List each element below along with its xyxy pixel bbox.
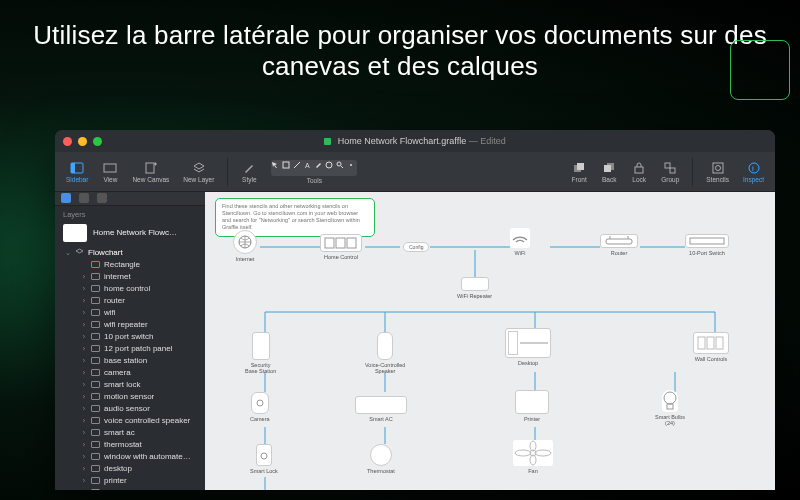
view-button[interactable]: View xyxy=(97,159,123,185)
object-row[interactable]: ›camera xyxy=(55,367,205,379)
new-canvas-button[interactable]: New Canvas xyxy=(127,159,174,185)
sidebar-toggle-button[interactable]: Sidebar xyxy=(61,159,93,185)
object-row[interactable]: ›smart ac xyxy=(55,427,205,439)
chevron-right-icon[interactable]: › xyxy=(81,321,87,328)
filename: Home Network Flowchart.graffle xyxy=(338,136,466,146)
object-row[interactable]: ›desktop xyxy=(55,463,205,475)
chevron-right-icon[interactable]: › xyxy=(81,357,87,364)
chevron-right-icon[interactable]: › xyxy=(81,345,87,352)
object-icon xyxy=(91,381,100,388)
stamp-tool-icon[interactable] xyxy=(325,161,336,175)
layers-tab-icon[interactable] xyxy=(61,193,71,203)
chevron-right-icon[interactable]: › xyxy=(81,417,87,424)
front-button[interactable]: Front xyxy=(566,159,592,185)
router-icon xyxy=(604,236,634,246)
chevron-right-icon[interactable]: › xyxy=(81,429,87,436)
device-smart-bulbs[interactable]: Smart Bulbs (24) xyxy=(655,390,685,426)
object-row[interactable]: ›home control xyxy=(55,283,205,295)
config-pill[interactable]: Config xyxy=(403,242,429,252)
object-row[interactable]: ›internet xyxy=(55,271,205,283)
chevron-right-icon[interactable]: › xyxy=(81,381,87,388)
lock-button[interactable]: Lock xyxy=(626,159,652,185)
tools-palette[interactable]: A Tools xyxy=(266,158,362,186)
object-row[interactable]: ›12 port patch panel xyxy=(55,343,205,355)
pointer-tool-icon[interactable] xyxy=(271,161,282,175)
object-row[interactable]: ›router xyxy=(55,295,205,307)
browse-tool-icon[interactable] xyxy=(336,161,347,175)
object-row[interactable]: ›wifi xyxy=(55,307,205,319)
device-thermostat[interactable]: Thermostat xyxy=(367,444,395,474)
chevron-right-icon[interactable]: › xyxy=(81,453,87,460)
device-wifi[interactable]: WiFi xyxy=(510,228,530,256)
device-internet[interactable]: Internet xyxy=(233,230,257,262)
object-row[interactable]: Rectangle xyxy=(55,259,205,271)
object-icon xyxy=(91,429,100,436)
layer-name: Flowchart xyxy=(88,248,123,257)
object-row[interactable]: ›thermostat xyxy=(55,439,205,451)
text-tool-icon[interactable]: A xyxy=(304,161,315,175)
canvas-row[interactable]: Home Network Flowc… xyxy=(55,221,205,245)
object-row[interactable]: ›voice controlled speaker xyxy=(55,415,205,427)
object-row[interactable]: ›smart lock xyxy=(55,379,205,391)
object-row[interactable]: ›wireless dimmer xyxy=(55,487,205,490)
new-layer-button[interactable]: New Layer xyxy=(178,159,219,185)
device-printer[interactable]: Printer xyxy=(515,390,549,422)
promo-stage: Utilisez la barre latérale pour organise… xyxy=(0,0,800,500)
device-10port-switch[interactable]: 10-Port Switch xyxy=(685,234,729,256)
object-row[interactable]: ›base station xyxy=(55,355,205,367)
object-icon xyxy=(91,297,100,304)
chevron-right-icon[interactable]: › xyxy=(81,369,87,376)
point-tool-icon[interactable] xyxy=(347,161,358,175)
svg-point-7 xyxy=(337,162,341,166)
layer-tree: ⌄ Flowchart Rectangle ›internet›home con… xyxy=(55,245,205,490)
svg-rect-10 xyxy=(577,163,584,170)
svg-rect-26 xyxy=(698,337,705,349)
stencils-button[interactable]: Stencils xyxy=(701,159,734,185)
device-home-control[interactable]: Home Control xyxy=(320,234,362,260)
pen-tool-icon[interactable] xyxy=(314,161,325,175)
device-wifi-repeater[interactable]: WiFi Repeater xyxy=(457,277,492,299)
chevron-right-icon[interactable]: › xyxy=(81,309,87,316)
object-row[interactable]: ›window with automate… xyxy=(55,451,205,463)
device-wall-controls[interactable]: Wall Controls xyxy=(693,332,729,362)
object-row[interactable]: ›audio sensor xyxy=(55,403,205,415)
line-tool-icon[interactable] xyxy=(293,161,304,175)
device-smart-lock[interactable]: Smart Lock xyxy=(250,444,278,474)
chevron-right-icon[interactable]: › xyxy=(81,489,87,490)
device-security-base[interactable]: Security Base Station xyxy=(245,332,276,374)
object-row[interactable]: ›10 port switch xyxy=(55,331,205,343)
object-name: 12 port patch panel xyxy=(104,344,173,353)
canvas-area[interactable]: Find these stencils and other networking… xyxy=(205,192,775,490)
chevron-right-icon[interactable]: › xyxy=(81,465,87,472)
group-button[interactable]: Group xyxy=(656,159,684,185)
selection-tab-icon[interactable] xyxy=(97,193,107,203)
style-button[interactable]: Style xyxy=(236,159,262,185)
chevron-right-icon[interactable]: › xyxy=(81,441,87,448)
device-desktop[interactable]: Desktop xyxy=(505,328,551,366)
chevron-right-icon[interactable]: › xyxy=(81,393,87,400)
device-fan[interactable]: Fan xyxy=(513,440,553,474)
sidebar-icon xyxy=(70,161,84,175)
device-voice-speaker[interactable]: Voice-Controlled Speaker xyxy=(365,332,405,374)
object-name: voice controlled speaker xyxy=(104,416,190,425)
object-row[interactable]: ›wifi repeater xyxy=(55,319,205,331)
object-row[interactable]: ›motion sensor xyxy=(55,391,205,403)
object-row[interactable]: ›printer xyxy=(55,475,205,487)
inspect-button[interactable]: i Inspect xyxy=(738,159,769,185)
device-router[interactable]: Router xyxy=(600,234,638,256)
layer-row[interactable]: ⌄ Flowchart xyxy=(55,247,205,259)
chevron-right-icon[interactable]: › xyxy=(81,273,87,280)
fan-icon xyxy=(513,440,553,466)
titlebar: Home Network Flowchart.graffle — Edited xyxy=(55,130,775,152)
chevron-right-icon[interactable]: › xyxy=(81,405,87,412)
chevron-right-icon[interactable]: › xyxy=(81,333,87,340)
shape-tool-icon[interactable] xyxy=(282,161,293,175)
device-camera[interactable]: Camera xyxy=(250,392,270,422)
chevron-right-icon[interactable]: › xyxy=(81,285,87,292)
back-button[interactable]: Back xyxy=(596,159,622,185)
device-smart-ac[interactable]: Smart AC xyxy=(355,396,407,422)
chevron-right-icon[interactable]: › xyxy=(81,477,87,484)
outline-tab-icon[interactable] xyxy=(79,193,89,203)
chevron-down-icon[interactable]: ⌄ xyxy=(65,249,71,257)
chevron-right-icon[interactable]: › xyxy=(81,297,87,304)
